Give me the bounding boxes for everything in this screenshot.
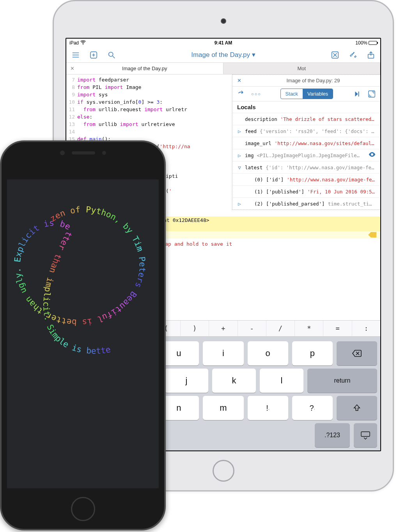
shift-key[interactable] [337,396,377,420]
variable-row[interactable]: description'The drizzle of stars scatter… [232,113,380,125]
toolbar: Image of the Day.py ▾ [66,47,380,63]
key-m[interactable]: m [203,396,243,420]
variables-list: description'The drizzle of stars scatter… [232,113,380,209]
key-j[interactable]: j [165,369,208,393]
battery-icon [369,41,377,45]
key-?[interactable]: ?. [292,396,333,420]
device-label: iPad [69,40,79,46]
svg-point-6 [109,52,113,56]
add-button[interactable] [89,50,98,60]
variable-row[interactable]: image_url'http://www.nasa.gov/sites/defa… [232,137,380,149]
clock: 9:41 AM [215,40,232,46]
document-title[interactable]: Image of the Day.py ▾ [191,51,255,59]
key-i[interactable]: i [203,341,243,365]
share-icon[interactable] [366,50,376,60]
key-l[interactable]: l [260,369,303,393]
backspace-key[interactable] [337,341,377,365]
wifi-icon [80,40,86,46]
menu-icon[interactable] [71,50,80,60]
debugger-title-bar: ✕ Image of the Day.py: 29 [232,75,380,87]
file-tabs: ✕ Image of the Day.py Mot [66,63,380,74]
iphone-sensors [60,151,106,155]
svg-line-7 [113,56,115,58]
battery-percent: 100% [355,40,367,46]
variable-row[interactable]: ▽latest{'id': 'http://www.nasa.gov/image… [232,161,380,173]
zen-text: zen of Python, by Tim Peters Beautiful i… [12,204,147,356]
tab-label: Image of the Day.py [122,66,167,71]
file-tab-inactive[interactable]: Mot [223,63,381,74]
debugger-panel: ✕ Image of the Day.py: 29 ○○○ Stack Vari… [232,74,380,210]
expand-icon[interactable] [367,89,376,99]
svg-rect-18 [361,432,370,436]
symbol-key[interactable]: = [323,321,352,336]
zen-spiral: zen of Python, by Tim Peters Beautiful i… [7,179,159,488]
eye-icon[interactable] [369,152,376,159]
symbol-key[interactable]: / [266,321,295,336]
locals-header: Locals [232,101,380,113]
variable-row[interactable]: (1) ['published']'Fri, 10 Jun 2016 09:5… [232,185,380,197]
variable-row[interactable]: ▷feed{'version': 'rss20', 'feed': {'docs… [232,125,380,137]
continue-icon[interactable] [352,89,362,99]
svg-rect-14 [358,91,359,96]
variable-row[interactable]: (0) ['id']'http://www.nasa.gov/image-fea… [232,173,380,185]
key-o[interactable]: o [248,341,288,365]
svg-marker-13 [355,91,358,96]
tab-label: Mot [297,66,306,71]
key-k[interactable]: k [212,369,256,393]
tools-icon[interactable] [348,50,358,60]
home-button[interactable] [213,460,234,482]
dismiss-keyboard-key[interactable] [354,423,377,447]
symbol-key[interactable]: * [295,321,323,336]
search-icon[interactable] [107,50,116,60]
iphone-screen: zen of Python, by Tim Peters Beautiful i… [7,179,159,488]
close-debugger-icon[interactable]: ✕ [232,78,246,83]
symbol-key[interactable]: : [352,321,380,336]
key-![interactable]: !, [248,396,288,420]
file-tab-active[interactable]: ✕ Image of the Day.py [66,63,223,74]
stop-button[interactable] [330,50,340,60]
variable-row[interactable]: ▷(2) ['published_parsed']time.struct_ti… [232,197,380,209]
variable-row[interactable]: ▷img<PIL.JpegImagePlugin.JpegImageFile… [232,149,380,161]
symbol-key[interactable]: - [238,321,266,336]
breakpoint-marker[interactable] [371,232,376,238]
home-button[interactable] [71,497,95,521]
segment-variables[interactable]: Variables [303,89,333,99]
ipad-camera [221,18,226,24]
symbol-key[interactable]: ) [181,321,209,336]
alt-key[interactable]: .?123 [315,423,350,447]
debugger-title: Image of the Day.py: 29 [246,78,380,83]
segment-stack[interactable]: Stack [281,89,303,99]
segmented-control[interactable]: Stack Variables [280,89,333,99]
more-icon[interactable]: ○○○ [251,92,261,96]
iphone-device-frame: zen of Python, by Tim Peters Beautiful i… [0,140,166,530]
close-tab-icon[interactable]: ✕ [70,66,74,71]
symbol-key[interactable]: + [209,321,238,336]
key-p[interactable]: p [292,341,333,365]
status-bar: iPad 9:41 AM 100% [66,39,380,47]
step-out-icon[interactable] [236,89,246,99]
return-key[interactable]: return [307,369,377,393]
